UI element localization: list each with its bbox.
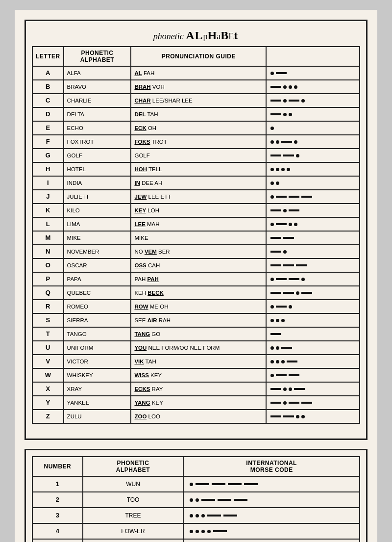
letter-cell: G	[32, 149, 64, 162]
pronunciation-cell: KEH BECK	[131, 286, 266, 300]
phonetic-cell: INDIA	[64, 176, 131, 190]
table-row: GGOLFGOLF	[32, 149, 360, 162]
phonetic-cell: KILO	[64, 204, 131, 217]
num-morse-cell	[183, 492, 360, 508]
col-header-num-phonetic: PHONETICALPHABET	[83, 457, 184, 476]
letter-cell: B	[32, 80, 64, 94]
phonetic-cell: BRAVO	[64, 80, 131, 94]
letter-cell: P	[32, 272, 64, 286]
col-header-number: NUMBER	[32, 457, 83, 476]
table-row: TTANGOTANG GO	[32, 327, 360, 341]
morse-cell	[266, 355, 360, 368]
phonetic-cell: HOTEL	[64, 162, 131, 176]
col-header-letter: LETTER	[32, 47, 64, 66]
pronunciation-cell: YOU NEE FORM/OO NEE FORM	[131, 341, 266, 355]
num-phonetic-cell: FOW-ER	[83, 523, 184, 539]
pronunciation-cell: SEE AIR RAH	[131, 313, 266, 327]
phonetic-cell: ALFA	[64, 66, 131, 80]
phonetic-cell: GOLF	[64, 149, 131, 162]
table-row: 1WUN	[32, 476, 360, 492]
pronunciation-cell: AL FAH	[131, 66, 266, 80]
pronunciation-cell: NO VEM BER	[131, 245, 266, 258]
letter-cell: D	[32, 107, 64, 121]
pronunciation-cell: TANG GO	[131, 327, 266, 341]
table-row: OOSCAROSS CAH	[32, 258, 360, 272]
phonetic-cell: VICTOR	[64, 355, 131, 368]
table-row: AALFAAL FAH	[32, 66, 360, 80]
letter-cell: N	[32, 245, 64, 258]
num-morse-cell	[183, 508, 360, 523]
number-section: NUMBER PHONETICALPHABET INTERNATIONALMOR…	[24, 449, 368, 542]
pronunciation-cell: FOKS TROT	[131, 135, 266, 149]
letter-cell: I	[32, 176, 64, 190]
phonetic-cell: SIERRA	[64, 313, 131, 327]
morse-cell	[266, 135, 360, 149]
letter-cell: S	[32, 313, 64, 327]
num-morse-cell	[183, 476, 360, 492]
pronunciation-cell: YANG KEY	[131, 396, 266, 410]
pronunciation-cell: ZOO LOO	[131, 410, 266, 423]
pronunciation-cell: ROW ME OH	[131, 300, 266, 313]
table-row: UUNIFORMYOU NEE FORM/OO NEE FORM	[32, 341, 360, 355]
phonetic-cell: WHISKEY	[64, 368, 131, 382]
table-row: SSIERRASEE AIR RAH	[32, 313, 360, 327]
pronunciation-cell: IN DEE AH	[131, 176, 266, 190]
letter-cell: Y	[32, 396, 64, 410]
table-row: ZZULUZOO LOO	[32, 410, 360, 423]
pronunciation-cell: KEY LOH	[131, 204, 266, 217]
num-phonetic-cell: TOO	[83, 492, 184, 508]
table-row: 3TREE	[32, 508, 360, 523]
morse-cell	[266, 286, 360, 300]
pronunciation-cell: ECKS RAY	[131, 382, 266, 396]
pronunciation-cell: ECK OH	[131, 121, 266, 135]
phonetic-cell: FOXTROT	[64, 135, 131, 149]
morse-cell	[266, 327, 360, 341]
table-row: RROMEOROW ME OH	[32, 300, 360, 313]
morse-cell	[266, 204, 360, 217]
table-row: QQUEBECKEH BECK	[32, 286, 360, 300]
table-row: 4FOW-ER	[32, 523, 360, 539]
table-row: DDELTADEL TAH	[32, 107, 360, 121]
letter-cell: H	[32, 162, 64, 176]
morse-cell	[266, 396, 360, 410]
col-header-morse	[266, 47, 360, 66]
table-row: CCHARLIECHAR LEE/SHAR LEE	[32, 94, 360, 107]
phonetic-cell: ZULU	[64, 410, 131, 423]
morse-cell	[266, 66, 360, 80]
pronunciation-cell: HOH TELL	[131, 162, 266, 176]
table-row: XXRAYECKS RAY	[32, 382, 360, 396]
pronunciation-cell: CHAR LEE/SHAR LEE	[131, 94, 266, 107]
num-phonetic-cell: FIFE	[83, 539, 184, 542]
letter-cell: A	[32, 66, 64, 80]
num-morse-cell	[183, 539, 360, 542]
table-row: YYANKEEYANG KEY	[32, 396, 360, 410]
letter-cell: Q	[32, 286, 64, 300]
morse-cell	[266, 313, 360, 327]
letter-cell: U	[32, 341, 64, 355]
phonetic-cell: YANKEE	[64, 396, 131, 410]
phonetic-cell: LIMA	[64, 217, 131, 231]
phonetic-cell: UNIFORM	[64, 341, 131, 355]
table-row: NNOVEMBERNO VEM BER	[32, 245, 360, 258]
morse-cell	[266, 300, 360, 313]
letter-cell: V	[32, 355, 64, 368]
morse-cell	[266, 149, 360, 162]
letter-cell: E	[32, 121, 64, 135]
phonetic-cell: DELTA	[64, 107, 131, 121]
table-row: LLIMALEE MAH	[32, 217, 360, 231]
morse-cell	[266, 176, 360, 190]
alpha-section: phonetic ALpHaBEt LETTER PHONETICALPHABE…	[24, 20, 368, 440]
phonetic-cell: ECHO	[64, 121, 131, 135]
pronunciation-cell: OSS CAH	[131, 258, 266, 272]
letter-cell: O	[32, 258, 64, 272]
page: phonetic ALpHaBEt LETTER PHONETICALPHABE…	[15, 10, 377, 542]
col-header-pronunciation: PRONUNCIATION GUIDE	[131, 47, 266, 66]
number-cell: 4	[32, 523, 83, 539]
letter-cell: K	[32, 204, 64, 217]
morse-cell	[266, 272, 360, 286]
morse-cell	[266, 382, 360, 396]
phonetic-cell: XRAY	[64, 382, 131, 396]
morse-cell	[266, 94, 360, 107]
table-row: IINDIAIN DEE AH	[32, 176, 360, 190]
morse-cell	[266, 80, 360, 94]
